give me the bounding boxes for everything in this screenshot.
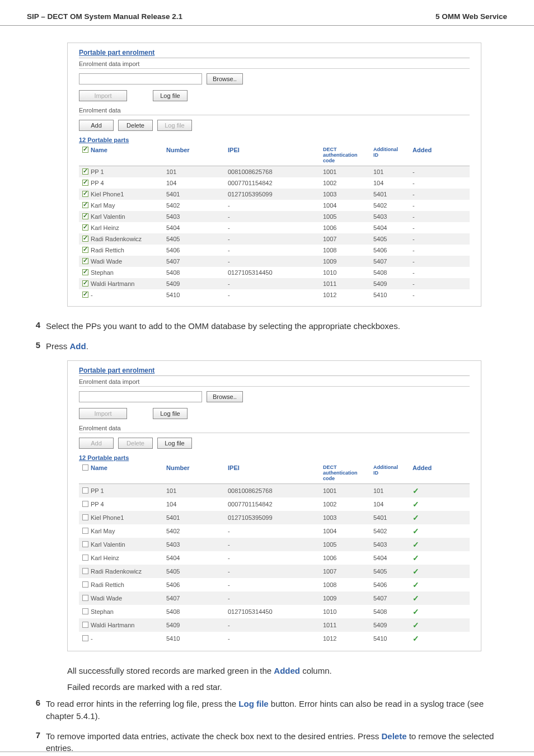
table-row: Kiel Phone15401012710539509910035401✓ <box>79 511 470 524</box>
header-left: SIP – DECT OM System Manual Release 2.1 <box>27 12 182 21</box>
check-icon: ✓ <box>413 594 419 603</box>
kw-added: Added <box>274 666 300 675</box>
table-row: Radi Rettich5406-10085406✓ <box>79 578 470 591</box>
data-section-label-2: Enrolment data <box>79 425 470 433</box>
table-row: Karl May5402-10045402✓ <box>79 524 470 538</box>
check-icon: ✓ <box>413 567 419 576</box>
check-icon: ✓ <box>413 540 419 549</box>
check-icon: ✓ <box>413 607 419 616</box>
check-icon: ✓ <box>413 500 419 509</box>
add-button-2[interactable]: Add <box>79 438 114 449</box>
row-checkbox[interactable] <box>82 581 88 588</box>
enrolment-panel-1: Portable part enrolment Enrolment data i… <box>67 43 481 307</box>
table-row: PP 110100810086257681001101- <box>79 166 470 178</box>
table-row: Karl Valentin5403-10055403- <box>79 211 470 222</box>
row-checkbox[interactable] <box>82 236 88 242</box>
hdr-checkbox-1[interactable] <box>82 147 88 153</box>
row-checkbox[interactable] <box>82 487 88 494</box>
table-row: Karl Valentin5403-10055403✓ <box>79 538 470 551</box>
row-checkbox[interactable] <box>82 247 88 253</box>
table-row: PP 410400077011548421002104✓ <box>79 497 470 511</box>
row-checkbox[interactable] <box>82 224 88 231</box>
row-checkbox[interactable] <box>82 280 88 287</box>
delete-button-2[interactable]: Delete <box>118 438 153 449</box>
row-checkbox[interactable] <box>82 514 88 520</box>
table-row: Karl Heinz5404-10065404- <box>79 222 470 233</box>
table-row: PP 110100810086257681001101✓ <box>79 483 470 497</box>
file-input[interactable] <box>79 73 202 84</box>
delete-button[interactable]: Delete <box>118 120 153 131</box>
check-icon: ✓ <box>413 513 419 522</box>
row-checkbox[interactable] <box>82 202 88 208</box>
parts-table-2: Name Number IPEI DECTauthenticationcode … <box>79 462 470 645</box>
parts-caption-2: 12 Portable parts <box>79 454 470 461</box>
table-row: Waldi Hartmann5409-10115409- <box>79 278 470 289</box>
row-checkbox[interactable] <box>82 622 88 628</box>
logfile-button-2[interactable]: Log file <box>157 120 192 131</box>
row-checkbox[interactable] <box>82 608 88 614</box>
check-icon: ✓ <box>413 486 419 495</box>
logfile-button-1[interactable]: Log file <box>153 90 188 101</box>
import-button[interactable]: Import <box>79 90 127 101</box>
browse-button-2[interactable]: Browse.. <box>207 391 243 402</box>
table-row: Radi Radenkowicz5405-10075405- <box>79 233 470 245</box>
row-checkbox[interactable] <box>82 555 88 561</box>
row-checkbox[interactable] <box>82 258 88 264</box>
import-button-2[interactable]: Import <box>79 408 127 419</box>
check-icon: ✓ <box>413 527 419 536</box>
page-footer: depl-1230/1.3 Page: 60 (196) <box>0 752 534 756</box>
row-checkbox[interactable] <box>82 292 88 298</box>
table-row: Kiel Phone15401012710539509910035401- <box>79 189 470 200</box>
para-failed-red: Failed records are marked with a red sta… <box>67 681 507 693</box>
col-added-2: Added <box>409 462 470 484</box>
enrolment-panel-2: Portable part enrolment Enrolment data i… <box>67 360 481 651</box>
row-checkbox[interactable] <box>82 568 88 574</box>
row-checkbox[interactable] <box>82 213 88 219</box>
row-checkbox[interactable] <box>82 269 88 275</box>
row-checkbox[interactable] <box>82 168 88 175</box>
parts-table-1: Name Number IPEI DECTauthenticationcode … <box>79 144 470 300</box>
import-section-label-2: Enrolment data import <box>79 378 470 387</box>
panel1-title: Portable part enrolment <box>79 49 470 58</box>
col-ipei: IPEI <box>224 144 320 166</box>
steps-4-5: Select the PPs you want to add to the OM… <box>27 320 507 353</box>
logfile-button-3[interactable]: Log file <box>153 408 188 419</box>
steps-6-7: To read error hints in the referring log… <box>27 698 507 754</box>
logfile-button-4[interactable]: Log file <box>157 438 192 449</box>
row-checkbox[interactable] <box>82 541 88 547</box>
col-dect-2: DECTauthenticationcode <box>320 462 370 484</box>
table-row: Wadi Wade5407-10095407- <box>79 256 470 267</box>
import-section-label: Enrolment data import <box>79 60 470 69</box>
table-row: -5410-10125410✓ <box>79 632 470 645</box>
browse-button[interactable]: Browse.. <box>207 73 243 84</box>
row-checkbox[interactable] <box>82 635 88 641</box>
table-row: Karl Heinz5404-10065404✓ <box>79 551 470 565</box>
col-number: Number <box>163 144 224 166</box>
table-row: Radi Radenkowicz5405-10075405✓ <box>79 565 470 578</box>
kw-delete: Delete <box>381 731 406 741</box>
table-row: Stephan5408012710531445010105408✓ <box>79 605 470 618</box>
col-name: Name <box>91 147 107 153</box>
row-checkbox[interactable] <box>82 180 88 186</box>
file-input-2[interactable] <box>79 391 202 402</box>
page-header: SIP – DECT OM System Manual Release 2.1 … <box>0 0 534 26</box>
header-right: 5 OMM Web Service <box>435 12 507 21</box>
kw-logfile: Log file <box>238 699 268 708</box>
hdr-checkbox-2[interactable] <box>82 464 88 471</box>
col-ipei-2: IPEI <box>224 462 320 484</box>
col-number-2: Number <box>163 462 224 484</box>
table-row: Wadi Wade5407-10095407✓ <box>79 591 470 605</box>
row-checkbox[interactable] <box>82 501 88 507</box>
col-dect: DECTauthenticationcode <box>320 144 370 166</box>
parts-caption-1: 12 Portable parts <box>79 137 470 143</box>
step-7: To remove imported data entries, activat… <box>27 730 507 755</box>
table-row: Waldi Hartmann5409-10115409✓ <box>79 618 470 632</box>
table-row: -5410-10125410- <box>79 289 470 300</box>
check-icon: ✓ <box>413 621 419 630</box>
table-row: PP 410400077011548421002104- <box>79 177 470 189</box>
add-button[interactable]: Add <box>79 120 114 131</box>
row-checkbox[interactable] <box>82 595 88 601</box>
panel2-title: Portable part enrolment <box>79 367 470 376</box>
row-checkbox[interactable] <box>82 528 88 534</box>
row-checkbox[interactable] <box>82 191 88 197</box>
